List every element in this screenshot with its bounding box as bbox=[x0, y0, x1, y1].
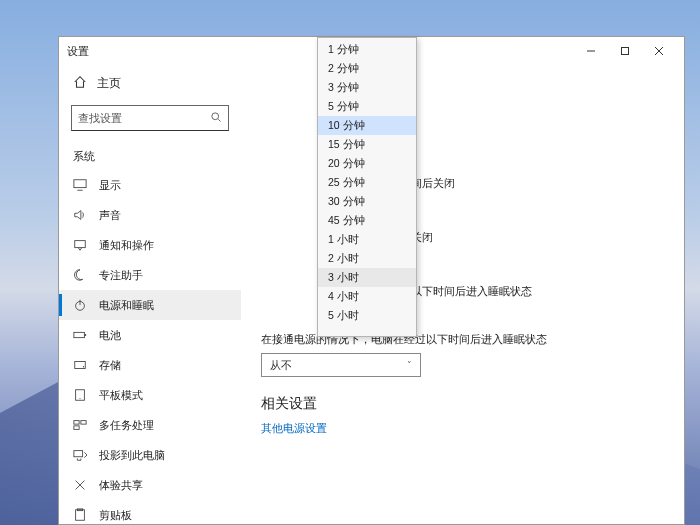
sidebar-item-8[interactable]: 多任务处理 bbox=[59, 410, 241, 440]
search-placeholder: 查找设置 bbox=[78, 111, 210, 126]
svg-rect-20 bbox=[74, 451, 83, 457]
additional-power-link[interactable]: 其他电源设置 bbox=[261, 421, 664, 436]
dropdown-option[interactable]: 30 分钟 bbox=[318, 192, 416, 211]
svg-line-5 bbox=[218, 119, 220, 121]
dropdown-option[interactable]: 3 小时 bbox=[318, 268, 416, 287]
dropdown-option[interactable]: 25 分钟 bbox=[318, 173, 416, 192]
dropdown-option[interactable]: 5 分钟 bbox=[318, 97, 416, 116]
dropdown-option[interactable]: 20 分钟 bbox=[318, 154, 416, 173]
sidebar-item-4[interactable]: 电源和睡眠 bbox=[59, 290, 241, 320]
display-icon bbox=[73, 178, 87, 192]
sidebar-category: 系统 bbox=[59, 139, 241, 170]
sidebar-item-6[interactable]: 存储 bbox=[59, 350, 241, 380]
sidebar-item-11[interactable]: 剪贴板 bbox=[59, 500, 241, 524]
sidebar-item-label: 多任务处理 bbox=[99, 418, 154, 433]
window-title: 设置 bbox=[67, 44, 89, 59]
home-label: 主页 bbox=[97, 76, 121, 91]
sidebar-item-label: 存储 bbox=[99, 358, 121, 373]
sidebar-item-label: 体验共享 bbox=[99, 478, 143, 493]
sleep-plugged-value: 从不 bbox=[270, 358, 292, 373]
sidebar-item-label: 专注助手 bbox=[99, 268, 143, 283]
svg-point-14 bbox=[83, 366, 84, 367]
shared-icon bbox=[73, 478, 87, 492]
settings-window: 设置 主页 查找设置 系统 显示声音通知和操作专注助手电源和睡眠电池存储平板模式… bbox=[58, 36, 685, 525]
tablet-icon bbox=[73, 388, 87, 402]
svg-rect-13 bbox=[75, 362, 86, 369]
sidebar-item-2[interactable]: 通知和操作 bbox=[59, 230, 241, 260]
multitask-icon bbox=[73, 418, 87, 432]
svg-rect-17 bbox=[74, 421, 79, 425]
minimize-button[interactable] bbox=[574, 39, 608, 63]
sidebar-item-5[interactable]: 电池 bbox=[59, 320, 241, 350]
dropdown-option[interactable]: 5 小时 bbox=[318, 306, 416, 325]
sidebar-item-label: 声音 bbox=[99, 208, 121, 223]
sleep-plugged-combo[interactable]: 从不 ˅ bbox=[261, 353, 421, 377]
sidebar-item-3[interactable]: 专注助手 bbox=[59, 260, 241, 290]
svg-rect-23 bbox=[76, 510, 85, 521]
sidebar: 主页 查找设置 系统 显示声音通知和操作专注助手电源和睡眠电池存储平板模式多任务… bbox=[59, 65, 241, 524]
home-button[interactable]: 主页 bbox=[59, 69, 241, 97]
dropdown-option[interactable]: 3 分钟 bbox=[318, 78, 416, 97]
sound-icon bbox=[73, 208, 87, 222]
focus-icon bbox=[73, 268, 87, 282]
dropdown-option[interactable]: 2 小时 bbox=[318, 249, 416, 268]
related-settings-heading: 相关设置 bbox=[261, 395, 664, 413]
dropdown-option[interactable]: 2 分钟 bbox=[318, 59, 416, 78]
search-input[interactable]: 查找设置 bbox=[71, 105, 229, 131]
svg-rect-1 bbox=[622, 48, 629, 55]
sidebar-item-label: 通知和操作 bbox=[99, 238, 154, 253]
svg-rect-11 bbox=[74, 332, 85, 337]
svg-point-4 bbox=[212, 113, 219, 120]
dropdown-option[interactable]: 4 小时 bbox=[318, 287, 416, 306]
sidebar-item-label: 剪贴板 bbox=[99, 508, 132, 523]
dropdown-option[interactable]: 15 分钟 bbox=[318, 135, 416, 154]
close-button[interactable] bbox=[642, 39, 676, 63]
sidebar-item-7[interactable]: 平板模式 bbox=[59, 380, 241, 410]
sidebar-item-1[interactable]: 声音 bbox=[59, 200, 241, 230]
project-icon bbox=[73, 448, 87, 462]
sidebar-item-label: 投影到此电脑 bbox=[99, 448, 165, 463]
dropdown-option[interactable]: 45 分钟 bbox=[318, 211, 416, 230]
dropdown-option[interactable]: 1 小时 bbox=[318, 230, 416, 249]
dropdown-option[interactable]: 10 分钟 bbox=[318, 116, 416, 135]
sidebar-item-label: 平板模式 bbox=[99, 388, 143, 403]
home-icon bbox=[73, 75, 87, 91]
svg-rect-6 bbox=[74, 180, 86, 188]
power-icon bbox=[73, 298, 87, 312]
notification-icon bbox=[73, 238, 87, 252]
search-icon bbox=[210, 111, 222, 125]
battery-icon bbox=[73, 328, 87, 342]
svg-rect-18 bbox=[81, 421, 86, 425]
time-dropdown[interactable]: 1 分钟2 分钟3 分钟5 分钟10 分钟15 分钟20 分钟25 分钟30 分… bbox=[317, 37, 417, 337]
sidebar-item-label: 电池 bbox=[99, 328, 121, 343]
sidebar-item-9[interactable]: 投影到此电脑 bbox=[59, 440, 241, 470]
maximize-button[interactable] bbox=[608, 39, 642, 63]
sidebar-item-label: 显示 bbox=[99, 178, 121, 193]
content-pane: 过以下时间后关闭 下时间后关闭 脑在经过以下时间后进入睡眠状态 在接通电源的情况… bbox=[241, 65, 684, 524]
sidebar-nav: 显示声音通知和操作专注助手电源和睡眠电池存储平板模式多任务处理投影到此电脑体验共… bbox=[59, 170, 241, 524]
svg-point-16 bbox=[79, 398, 80, 399]
svg-rect-12 bbox=[84, 334, 86, 336]
clipboard-icon bbox=[73, 508, 87, 522]
sidebar-item-10[interactable]: 体验共享 bbox=[59, 470, 241, 500]
sidebar-item-label: 电源和睡眠 bbox=[99, 298, 154, 313]
sidebar-item-0[interactable]: 显示 bbox=[59, 170, 241, 200]
svg-rect-19 bbox=[74, 426, 79, 430]
storage-icon bbox=[73, 358, 87, 372]
svg-rect-8 bbox=[75, 241, 86, 248]
chevron-down-icon: ˅ bbox=[407, 360, 412, 370]
dropdown-option[interactable]: 1 分钟 bbox=[318, 40, 416, 59]
